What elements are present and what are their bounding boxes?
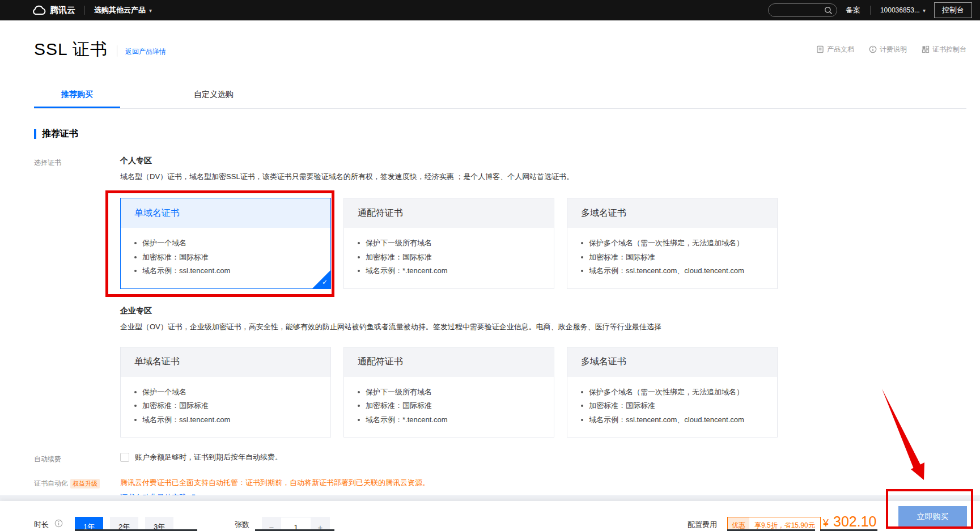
- card-feature: 保护下一级所有域名: [358, 385, 540, 400]
- automation-text: 腾讯云付费证书已全面支持自动托管：证书到期前，自动将新证书部署到已关联的腾讯云资…: [120, 478, 430, 488]
- caret-down-icon: ▾: [149, 7, 152, 14]
- purchase-bottom-bar: 时长 1年 2年 3年 张数 − + 配置费用 优惠 享9.5折，省15.90元…: [0, 501, 980, 531]
- config-cost-label: 配置费用: [688, 520, 717, 530]
- console-button[interactable]: 控制台: [934, 2, 972, 18]
- card-feature: 加密标准：国际标准: [358, 250, 540, 265]
- section-header: 推荐证书: [34, 128, 966, 140]
- section-accent-bar: [34, 129, 36, 139]
- search-icon[interactable]: [824, 6, 833, 15]
- card-title: 通配符证书: [344, 347, 554, 377]
- purchase-tabs: 推荐购买 自定义选购: [34, 82, 966, 109]
- benefit-upgrade-badge: 权益升级: [70, 479, 100, 488]
- card-title: 通配符证书: [344, 198, 554, 228]
- card-single-domain[interactable]: 单域名证书 保护一个域名 加密标准：国际标准 域名示例：ssl.tencent.…: [120, 198, 331, 289]
- top-nav: 腾讯云 选购其他云产品 ▾ 备案 100036853... ▾ 控制台: [0, 0, 980, 20]
- enterprise-cards: 单域名证书 保护一个域名 加密标准：国际标准 域名示例：ssl.tencent.…: [120, 347, 778, 438]
- other-products-label: 选购其他云产品: [94, 5, 146, 15]
- search-input[interactable]: [773, 6, 824, 14]
- nav-divider: [84, 6, 85, 15]
- auto-renew-text: 账户余额足够时，证书到期后按年自动续费。: [135, 452, 282, 462]
- card-feature: 域名示例：ssl.tencent.com、cloud.tencent.com: [581, 413, 763, 427]
- card-feature: 加密标准：国际标准: [358, 399, 540, 413]
- section-title: 推荐证书: [42, 128, 78, 140]
- select-cert-label: 选择证书: [34, 156, 120, 437]
- card-feature: 保护多个域名（需一次性绑定，无法追加域名）: [581, 385, 763, 400]
- document-icon: [816, 45, 824, 53]
- cloud-icon: [31, 5, 46, 15]
- auto-renew-checkbox[interactable]: [120, 453, 129, 462]
- beian-link[interactable]: 备案: [846, 5, 860, 15]
- card-feature: 保护一个域名: [134, 385, 317, 400]
- card-feature: 保护一个域名: [134, 236, 317, 250]
- tab-recommended[interactable]: 推荐购买: [34, 82, 120, 108]
- card-title: 多域名证书: [567, 347, 777, 377]
- card-feature: 保护多个域名（需一次性绑定，无法追加域名）: [581, 236, 763, 250]
- page-title: SSL 证书: [34, 38, 108, 61]
- card-wildcard[interactable]: 通配符证书 保护下一级所有域名 加密标准：国际标准 域名示例：*.tencent…: [343, 198, 554, 289]
- personal-zone-desc: 域名型（DV）证书，域名型加密SSL证书，该类证书只需要验证域名的所有权，签发速…: [120, 172, 778, 182]
- card-feature: 域名示例：ssl.tencent.com: [134, 413, 317, 427]
- other-products-menu[interactable]: 选购其他云产品 ▾: [94, 5, 152, 15]
- bottom-bar-shade: [0, 495, 980, 501]
- card-feature: 域名示例：*.tencent.com: [358, 264, 540, 278]
- duration-label: 时长: [34, 520, 49, 530]
- title-divider: [117, 45, 117, 57]
- card-feature: 加密标准：国际标准: [581, 399, 763, 413]
- cert-console-label: 证书控制台: [932, 45, 966, 54]
- card-feature: 域名示例：ssl.tencent.com、cloud.tencent.com: [581, 264, 763, 278]
- buy-now-button[interactable]: 立即购买: [898, 506, 967, 528]
- grid-icon: [922, 45, 930, 53]
- quantity-label: 张数: [235, 520, 249, 530]
- price-amount: 302.10: [833, 513, 876, 530]
- check-icon: ✓: [322, 278, 328, 286]
- enterprise-zone-title: 企业专区: [120, 306, 778, 316]
- duration-info-icon[interactable]: [54, 519, 63, 528]
- total-price: ¥ 302.10: [823, 513, 876, 530]
- card-feature: 域名示例：ssl.tencent.com: [134, 264, 317, 278]
- card-multi-domain[interactable]: 多域名证书 保护多个域名（需一次性绑定，无法追加域名） 加密标准：国际标准 域名…: [567, 198, 778, 289]
- card-wildcard-ov[interactable]: 通配符证书 保护下一级所有域名 加密标准：国际标准 域名示例：*.tencent…: [343, 347, 554, 438]
- product-docs-link[interactable]: 产品文档: [816, 45, 854, 54]
- tab-custom[interactable]: 自定义选购: [171, 82, 256, 108]
- info-icon: [869, 45, 877, 53]
- account-menu[interactable]: 100036853... ▾: [880, 6, 926, 14]
- personal-cards: 单域名证书 保护一个域名 加密标准：国际标准 域名示例：ssl.tencent.…: [120, 198, 778, 289]
- billing-info-link[interactable]: 计费说明: [869, 45, 907, 54]
- automation-label: 证书自动化: [34, 479, 68, 488]
- cert-console-link[interactable]: 证书控制台: [922, 45, 966, 54]
- card-title: 多域名证书: [567, 198, 777, 228]
- card-feature: 加密标准：国际标准: [134, 399, 317, 413]
- personal-zone-title: 个人专区: [120, 156, 778, 166]
- auto-renew-label: 自动续费: [34, 452, 120, 464]
- card-title: 单域名证书: [121, 347, 330, 377]
- enterprise-zone-desc: 企业型（OV）证书，企业级加密证书，高安全性，能够有效的防止网站被钓鱼或者流量被…: [120, 322, 778, 332]
- billing-info-label: 计费说明: [880, 45, 907, 54]
- account-id: 100036853...: [880, 6, 920, 14]
- card-title: 单域名证书: [121, 198, 330, 228]
- card-feature: 保护下一级所有域名: [358, 236, 540, 250]
- page-header: SSL 证书 返回产品详情 产品文档 计费说明: [34, 37, 966, 61]
- selected-corner: ✓: [312, 270, 330, 288]
- product-docs-label: 产品文档: [827, 45, 854, 54]
- nav-divider: [870, 6, 871, 15]
- nav-search-box[interactable]: [768, 3, 837, 17]
- currency-symbol: ¥: [823, 517, 829, 529]
- back-to-product-link[interactable]: 返回产品详情: [125, 47, 166, 57]
- caret-down-icon: ▾: [923, 7, 926, 14]
- card-feature: 域名示例：*.tencent.com: [358, 413, 540, 427]
- card-feature: 加密标准：国际标准: [581, 250, 763, 265]
- card-multi-domain-ov[interactable]: 多域名证书 保护多个域名（需一次性绑定，无法追加域名） 加密标准：国际标准 域名…: [567, 347, 778, 438]
- tencent-cloud-logo[interactable]: 腾讯云: [31, 5, 75, 16]
- card-single-domain-ov[interactable]: 单域名证书 保护一个域名 加密标准：国际标准 域名示例：ssl.tencent.…: [120, 347, 331, 438]
- card-feature: 加密标准：国际标准: [134, 250, 317, 265]
- brand-text: 腾讯云: [50, 5, 75, 16]
